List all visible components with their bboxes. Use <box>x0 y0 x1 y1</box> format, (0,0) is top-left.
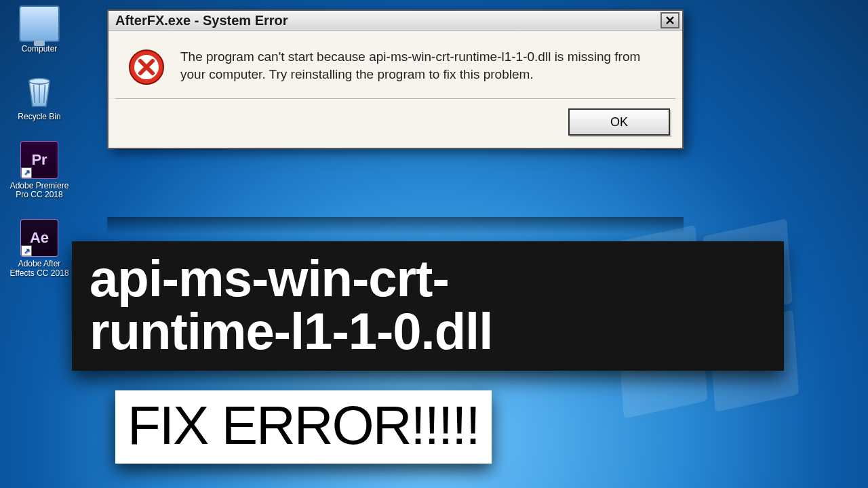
shortcut-arrow-icon: ↗ <box>21 245 32 256</box>
ok-button[interactable]: OK <box>568 108 670 136</box>
desktop-icon-computer[interactable]: Computer <box>5 5 73 54</box>
shortcut-arrow-icon: ↗ <box>21 167 32 178</box>
desktop-icon-premiere[interactable]: Pr ↗ Adobe Premiere Pro CC 2018 <box>5 141 73 201</box>
desktop-icon-label: Recycle Bin <box>5 113 73 122</box>
overlay-line-2: runtime-l1-1-0.dll <box>90 305 766 358</box>
system-error-dialog: AfterFX.exe - System Error The program c… <box>107 9 684 149</box>
overlay-line-1: api-ms-win-crt- <box>90 252 766 305</box>
overlay-fix-text: FIX ERROR!!!!! <box>127 395 479 455</box>
dialog-titlebar[interactable]: AfterFX.exe - System Error <box>108 11 682 30</box>
dialog-footer: OK <box>108 99 682 148</box>
overlay-title-card: api-ms-win-crt- runtime-l1-1-0.dll <box>72 241 784 371</box>
desktop-icon-label: Adobe Premiere Pro CC 2018 <box>5 182 73 201</box>
computer-icon <box>19 5 60 42</box>
dialog-drop-shadow <box>107 217 684 235</box>
app-badge-text: Ae <box>30 229 49 247</box>
desktop-icon-recycle-bin[interactable]: Recycle Bin <box>5 73 73 122</box>
desktop-icon-column: Computer Recycle Bin Pr ↗ Adobe Premiere… <box>5 5 80 298</box>
premiere-icon: Pr ↗ <box>20 141 58 179</box>
error-icon <box>127 48 165 89</box>
app-badge-text: Pr <box>31 151 47 169</box>
desktop-icon-label: Adobe After Effects CC 2018 <box>5 260 73 279</box>
desktop-icon-after-effects[interactable]: Ae ↗ Adobe After Effects CC 2018 <box>5 219 73 279</box>
dialog-message: The program can't start because api-ms-w… <box>180 48 663 89</box>
svg-point-0 <box>29 78 50 83</box>
close-button[interactable] <box>660 12 679 28</box>
dialog-title: AfterFX.exe - System Error <box>115 13 288 28</box>
dialog-body: The program can't start because api-ms-w… <box>108 30 682 98</box>
recycle-bin-icon <box>19 73 60 110</box>
overlay-fix-banner: FIX ERROR!!!!! <box>115 390 492 464</box>
after-effects-icon: Ae ↗ <box>20 219 58 257</box>
close-icon <box>665 16 675 25</box>
desktop-icon-label: Computer <box>5 45 73 54</box>
